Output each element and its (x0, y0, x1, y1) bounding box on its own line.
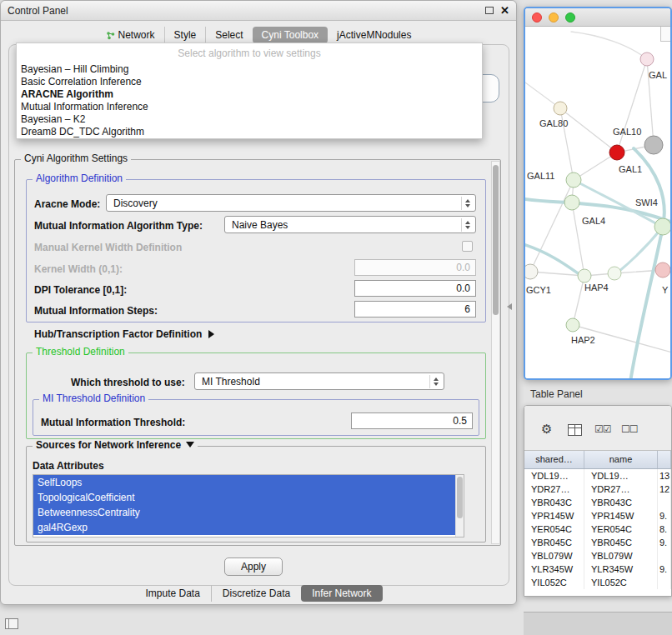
close-icon[interactable]: ✕ (500, 3, 509, 18)
data-attribute-item[interactable]: TopologicalCoefficient (33, 490, 457, 505)
clear-all-checkboxes-icon[interactable]: ☐☐ (621, 422, 638, 436)
network-scrollbar[interactable] (660, 27, 670, 42)
table-cell: YBR043C (584, 496, 658, 509)
minimized-panel-icon[interactable] (5, 618, 18, 629)
network-window-titlebar[interactable] (525, 8, 670, 27)
network-node[interactable] (566, 172, 581, 188)
algorithm-option[interactable]: Dream8 DC_TDC Algorithm (17, 126, 482, 138)
mi-threshold-field[interactable]: 0.5 (351, 412, 473, 429)
network-node[interactable] (655, 262, 670, 278)
network-edge[interactable] (572, 202, 584, 276)
mi-steps-field[interactable]: 6 (354, 301, 476, 318)
float-window-icon[interactable] (485, 7, 494, 14)
which-threshold-select[interactable]: MI Threshold (194, 372, 444, 390)
network-node[interactable] (564, 195, 579, 210)
settings-scrollbar-thumb[interactable] (493, 165, 499, 315)
network-node[interactable] (608, 267, 621, 280)
algorithm-option[interactable]: Bayesian – Hill Climbing (17, 63, 482, 76)
table-panel-label: Table Panel (530, 388, 583, 400)
table-row[interactable]: YBR043CYBR043C (524, 496, 671, 509)
control-panel-titlebar[interactable]: Control Panel ✕ (1, 1, 516, 21)
table-cell: 9. (658, 536, 671, 549)
algorithm-option[interactable]: Bayesian – K2 (17, 113, 482, 126)
gear-icon[interactable]: ⚙ (541, 422, 552, 436)
table-row[interactable]: YLR345WYLR345W9. (524, 562, 671, 576)
table-cell: 8. (658, 522, 671, 536)
column-header-shared-name[interactable]: shared… (524, 451, 584, 468)
hub-section-toggle[interactable]: Hub/Transcription Factor Definition (34, 328, 214, 341)
table-cell (658, 496, 671, 509)
column-header-name[interactable]: name (584, 451, 658, 468)
close-traffic-light[interactable] (532, 12, 542, 22)
table-cell: YPR145W (524, 509, 584, 522)
panel-collapse-chevron-icon[interactable] (507, 303, 512, 310)
kernel-width-label: Kernel Width (0,1): (34, 262, 123, 276)
data-attribute-item[interactable]: SelfLoops (33, 475, 457, 490)
network-node[interactable] (578, 269, 591, 282)
tab-infer-network[interactable]: Infer Network (301, 585, 382, 602)
manual-kernel-checkbox[interactable] (462, 241, 473, 252)
tab-select[interactable]: Select (205, 27, 252, 43)
kernel-width-field[interactable]: 0.0 (354, 259, 476, 276)
tab-style[interactable]: Style (164, 27, 206, 43)
network-canvas[interactable]: GALGAL80GAL10GAL1GAL11SWI4GAL4GCY1HAP4YH… (525, 27, 670, 378)
tab-jactivemnodules[interactable]: jActiveMNodules (328, 27, 420, 43)
cyni-bottom-tab-bar: Impute Data Discretize Data Infer Networ… (1, 584, 516, 602)
table-cell: YBR043C (524, 496, 584, 509)
aracne-mode-select[interactable]: Discovery (106, 194, 476, 212)
table-row[interactable]: YBR045CYBR045C9. (524, 536, 671, 549)
algorithm-option[interactable]: Mutual Information Inference (17, 101, 482, 113)
mi-type-select[interactable]: Naive Bayes (224, 216, 476, 233)
tab-cyni-toolbox[interactable]: Cyni Toolbox (253, 27, 328, 43)
apply-button[interactable]: Apply (224, 558, 283, 576)
data-attribute-item[interactable]: gal4RGexp (33, 520, 457, 535)
settings-scrollbar[interactable] (491, 161, 500, 544)
data-attributes-items: SelfLoopsTopologicalCoefficientBetweenne… (33, 475, 464, 535)
network-edge[interactable] (617, 59, 647, 152)
sources-toggle[interactable]: Sources for Network Inference (33, 439, 198, 452)
table-row[interactable]: YDL19…YDL19…13 (524, 469, 671, 482)
tab-network[interactable]: Network (97, 27, 164, 43)
tab-impute-data[interactable]: Impute Data (134, 585, 210, 602)
network-node[interactable] (525, 264, 538, 279)
manual-kernel-label: Manual Kernel Width Definition (34, 241, 182, 254)
cyni-algorithm-settings-title: Cyni Algorithm Settings (21, 152, 131, 165)
table-row[interactable]: YPR145WYPR145W9. (524, 509, 671, 522)
algorithm-option[interactable]: Basic Correlation Inference (17, 76, 482, 88)
select-all-checkboxes-icon[interactable]: ☑☑ (594, 422, 611, 436)
table-cell: YIL052C (584, 576, 658, 589)
network-node[interactable] (654, 218, 670, 235)
minimize-traffic-light[interactable] (549, 12, 559, 22)
tab-discretize-data[interactable]: Discretize Data (211, 585, 301, 602)
network-node[interactable] (644, 136, 663, 154)
attributes-scrollbar[interactable] (455, 475, 464, 537)
data-attributes-label: Data Attributes (33, 459, 104, 472)
table-row[interactable]: YER054CYER054C8. (524, 522, 671, 536)
network-edge[interactable] (573, 276, 584, 325)
table-cell: YIL052C (524, 576, 584, 589)
table-row[interactable]: YBL079WYBL079W (524, 549, 671, 562)
network-node[interactable] (640, 52, 654, 66)
combo-arrows-icon (461, 218, 473, 232)
columns-icon[interactable] (568, 424, 582, 436)
dpi-tolerance-field[interactable]: 0.0 (354, 280, 476, 297)
table-row[interactable]: YDR27…YDR27…12 (524, 482, 671, 496)
zoom-traffic-light[interactable] (565, 12, 575, 22)
dpi-tolerance-label: DPI Tolerance [0,1]: (34, 283, 127, 297)
attributes-scrollbar-thumb[interactable] (457, 477, 463, 518)
algorithm-select-placeholder[interactable]: Select algorithm to view settings (17, 43, 482, 63)
which-threshold-value: MI Threshold (202, 376, 260, 388)
network-edge[interactable] (571, 32, 647, 59)
column-header-cut[interactable] (658, 451, 671, 468)
network-svg: GALGAL80GAL10GAL1GAL11SWI4GAL4GCY1HAP4YH… (525, 27, 670, 378)
combo-arrows-icon (461, 197, 473, 210)
network-node[interactable] (566, 318, 579, 332)
network-node-label: GAL4 (582, 216, 605, 226)
network-edge[interactable] (560, 108, 617, 152)
network-node-label: SWI4 (635, 198, 658, 208)
table-row[interactable]: YIL052CYIL052C (524, 576, 671, 589)
data-attribute-item[interactable]: BetweennessCentrality (33, 505, 457, 520)
algorithm-option[interactable]: ARACNE Algorithm (17, 88, 482, 101)
network-node[interactable] (554, 102, 567, 115)
network-node[interactable] (609, 145, 624, 160)
